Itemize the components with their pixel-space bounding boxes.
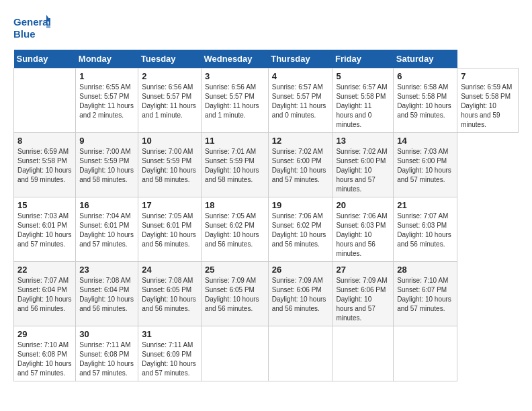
day-info: Sunrise: 7:05 AM Sunset: 6:01 PM Dayligh… — [142, 212, 197, 249]
day-info: Sunrise: 6:59 AM Sunset: 5:58 PM Dayligh… — [17, 147, 72, 185]
day-number: 28 — [397, 265, 453, 275]
day-info: Sunrise: 7:06 AM Sunset: 6:03 PM Dayligh… — [336, 212, 390, 259]
sunrise-text: Sunrise: 7:07 AM — [17, 277, 69, 284]
sunset-text: Sunset: 5:59 PM — [142, 157, 191, 165]
calendar-day-19: 19 Sunrise: 7:06 AM Sunset: 6:02 PM Dayl… — [268, 197, 332, 262]
sunset-text: Sunset: 6:01 PM — [142, 222, 191, 229]
day-number: 1 — [79, 71, 134, 81]
day-number: 25 — [205, 265, 265, 275]
empty-cell — [14, 68, 76, 133]
sunrise-text: Sunrise: 7:10 AM — [397, 277, 448, 284]
day-number: 10 — [142, 136, 197, 146]
sunrise-text: Sunrise: 6:59 AM — [17, 148, 69, 155]
day-info: Sunrise: 6:56 AM Sunset: 5:57 PM Dayligh… — [205, 83, 265, 120]
daylight-text: Daylight: 10 hours and 57 minutes. — [142, 360, 196, 377]
day-number: 3 — [205, 71, 265, 81]
sunset-text: Sunset: 6:01 PM — [17, 222, 67, 229]
sunset-text: Sunset: 6:04 PM — [17, 286, 67, 293]
sunset-text: Sunset: 5:59 PM — [79, 157, 129, 165]
calendar-day-7: 7 Sunrise: 6:59 AM Sunset: 5:58 PM Dayli… — [457, 68, 519, 133]
sunrise-text: Sunrise: 7:09 AM — [205, 277, 256, 284]
calendar-week-2: 8 Sunrise: 6:59 AM Sunset: 5:58 PM Dayli… — [14, 133, 519, 197]
calendar-day-4: 4 Sunrise: 6:57 AM Sunset: 5:57 PM Dayli… — [268, 68, 332, 133]
sunset-text: Sunset: 6:05 PM — [142, 286, 191, 293]
sunset-text: Sunset: 6:00 PM — [397, 157, 447, 165]
calendar-day-22: 22 Sunrise: 7:07 AM Sunset: 6:04 PM Dayl… — [14, 262, 76, 326]
daylight-text: Daylight: 10 hours and 56 minutes. — [205, 231, 259, 248]
sunset-text: Sunset: 6:03 PM — [397, 222, 447, 229]
daylight-text: Daylight: 10 hours and 56 minutes. — [17, 295, 72, 312]
day-info: Sunrise: 7:03 AM Sunset: 6:00 PM Dayligh… — [397, 147, 453, 185]
day-info: Sunrise: 6:58 AM Sunset: 5:58 PM Dayligh… — [397, 83, 453, 120]
day-number: 12 — [272, 136, 329, 146]
logo: General Blue — [13, 13, 50, 43]
daylight-text: Daylight: 10 hours and 56 minutes. — [142, 295, 196, 312]
calendar-table: SundayMondayTuesdayWednesdayThursdayFrid… — [13, 50, 519, 381]
sunset-text: Sunset: 6:08 PM — [17, 351, 67, 358]
daylight-text: Daylight: 10 hours and 57 minutes. — [17, 360, 72, 377]
day-info: Sunrise: 6:55 AM Sunset: 5:57 PM Dayligh… — [79, 83, 134, 120]
empty-cell — [202, 326, 269, 381]
calendar-day-18: 18 Sunrise: 7:05 AM Sunset: 6:02 PM Dayl… — [202, 197, 269, 262]
day-number: 23 — [79, 265, 134, 275]
day-number: 30 — [79, 329, 134, 339]
sunrise-text: Sunrise: 7:06 AM — [336, 212, 387, 220]
sunrise-text: Sunrise: 7:08 AM — [142, 277, 193, 284]
calendar-day-1: 1 Sunrise: 6:55 AM Sunset: 5:57 PM Dayli… — [76, 68, 138, 133]
sunrise-text: Sunrise: 7:03 AM — [397, 148, 448, 155]
day-headers-row: SundayMondayTuesdayWednesdayThursdayFrid… — [14, 50, 519, 68]
sunrise-text: Sunrise: 6:57 AM — [272, 83, 323, 91]
daylight-text: Daylight: 10 hours and 57 minutes. — [79, 231, 134, 248]
calendar-day-30: 30 Sunrise: 7:11 AM Sunset: 6:08 PM Dayl… — [76, 326, 138, 381]
daylight-text: Daylight: 10 hours and 57 minutes. — [397, 167, 451, 183]
sunrise-text: Sunrise: 6:59 AM — [461, 83, 512, 91]
daylight-text: Daylight: 11 hours and 1 minute. — [205, 102, 259, 119]
day-number: 9 — [79, 136, 134, 146]
sunrise-text: Sunrise: 7:02 AM — [336, 148, 387, 155]
day-number: 19 — [272, 200, 329, 210]
sunrise-text: Sunrise: 6:56 AM — [142, 83, 193, 91]
daylight-text: Daylight: 10 hours and 57 minutes. — [336, 295, 375, 322]
calendar-day-27: 27 Sunrise: 7:09 AM Sunset: 6:06 PM Dayl… — [332, 262, 394, 326]
sunrise-text: Sunrise: 7:08 AM — [79, 277, 130, 284]
day-info: Sunrise: 7:08 AM Sunset: 6:05 PM Dayligh… — [142, 276, 197, 314]
calendar-day-10: 10 Sunrise: 7:00 AM Sunset: 5:59 PM Dayl… — [138, 133, 202, 197]
empty-cell — [268, 326, 332, 381]
sunset-text: Sunset: 5:58 PM — [17, 157, 67, 165]
sunset-text: Sunset: 5:57 PM — [79, 93, 129, 100]
sunrise-text: Sunrise: 7:09 AM — [272, 277, 323, 284]
day-info: Sunrise: 7:11 AM Sunset: 6:09 PM Dayligh… — [142, 340, 197, 378]
daylight-text: Daylight: 10 hours and 59 minutes. — [397, 102, 451, 119]
day-info: Sunrise: 7:10 AM Sunset: 6:08 PM Dayligh… — [17, 340, 72, 378]
sunrise-text: Sunrise: 7:07 AM — [397, 212, 448, 220]
calendar-day-16: 16 Sunrise: 7:04 AM Sunset: 6:01 PM Dayl… — [76, 197, 138, 262]
day-header-thursday: Thursday — [268, 50, 332, 68]
day-header-tuesday: Tuesday — [138, 50, 202, 68]
calendar-day-12: 12 Sunrise: 7:02 AM Sunset: 6:00 PM Dayl… — [268, 133, 332, 197]
calendar-day-31: 31 Sunrise: 7:11 AM Sunset: 6:09 PM Dayl… — [138, 326, 202, 381]
calendar-day-15: 15 Sunrise: 7:03 AM Sunset: 6:01 PM Dayl… — [14, 197, 76, 262]
daylight-text: Daylight: 10 hours and 58 minutes. — [79, 167, 134, 183]
daylight-text: Daylight: 11 hours and 0 minutes. — [336, 102, 371, 128]
day-number: 29 — [17, 329, 72, 339]
day-info: Sunrise: 7:05 AM Sunset: 6:02 PM Dayligh… — [205, 212, 265, 249]
sunset-text: Sunset: 6:03 PM — [336, 222, 386, 229]
sunset-text: Sunset: 5:58 PM — [461, 93, 511, 100]
sunset-text: Sunset: 5:57 PM — [272, 93, 322, 100]
sunset-text: Sunset: 6:07 PM — [397, 286, 447, 293]
calendar-day-3: 3 Sunrise: 6:56 AM Sunset: 5:57 PM Dayli… — [202, 68, 269, 133]
day-number: 14 — [397, 136, 453, 146]
daylight-text: Daylight: 10 hours and 58 minutes. — [205, 167, 259, 183]
sunset-text: Sunset: 5:58 PM — [397, 93, 447, 100]
calendar-day-8: 8 Sunrise: 6:59 AM Sunset: 5:58 PM Dayli… — [14, 133, 76, 197]
sunrise-text: Sunrise: 7:10 AM — [17, 341, 69, 349]
daylight-text: Daylight: 10 hours and 56 minutes. — [336, 231, 375, 257]
logo-svg: General Blue — [13, 13, 50, 43]
calendar-day-9: 9 Sunrise: 7:00 AM Sunset: 5:59 PM Dayli… — [76, 133, 138, 197]
daylight-text: Daylight: 11 hours and 1 minute. — [142, 102, 196, 119]
daylight-text: Daylight: 10 hours and 57 minutes. — [336, 167, 375, 193]
day-number: 13 — [336, 136, 390, 146]
day-number: 21 — [397, 200, 453, 210]
daylight-text: Daylight: 10 hours and 57 minutes. — [17, 231, 72, 248]
sunset-text: Sunset: 6:02 PM — [205, 222, 255, 229]
